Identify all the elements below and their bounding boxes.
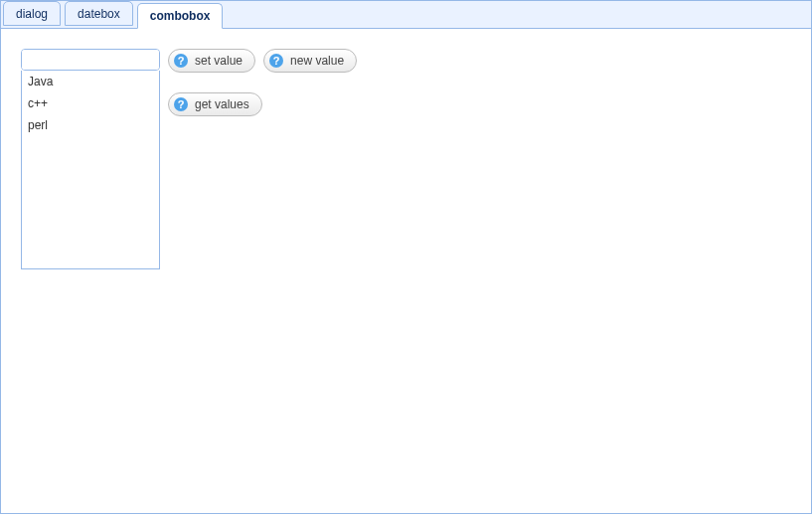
combobox-wrapper: Java c++ perl bbox=[21, 49, 160, 71]
help-icon: ? bbox=[173, 96, 189, 112]
tab-content-combobox: Java c++ perl ? set value ? bbox=[1, 29, 811, 136]
combobox-option[interactable]: Java bbox=[22, 71, 159, 92]
tab-combobox[interactable]: combobox bbox=[137, 3, 224, 29]
svg-text:?: ? bbox=[273, 55, 280, 67]
new-value-button[interactable]: ? new value bbox=[263, 49, 357, 73]
button-area: ? set value ? new value ? bbox=[168, 49, 357, 116]
svg-text:?: ? bbox=[178, 55, 185, 67]
button-label: new value bbox=[290, 54, 344, 68]
button-label: get values bbox=[195, 97, 249, 111]
combobox-input[interactable] bbox=[22, 50, 160, 70]
tab-dialog[interactable]: dialog bbox=[3, 1, 61, 26]
help-icon: ? bbox=[173, 53, 189, 69]
combobox[interactable] bbox=[21, 49, 160, 71]
combobox-option[interactable]: perl bbox=[22, 114, 159, 136]
combobox-dropdown[interactable]: Java c++ perl bbox=[21, 71, 160, 269]
svg-text:?: ? bbox=[178, 98, 185, 110]
tabs-header: dialog datebox combobox bbox=[1, 1, 811, 29]
set-value-button[interactable]: ? set value bbox=[168, 49, 255, 73]
get-values-button[interactable]: ? get values bbox=[168, 92, 262, 116]
tab-datebox[interactable]: datebox bbox=[65, 1, 133, 26]
combobox-option[interactable]: c++ bbox=[22, 92, 159, 114]
help-icon: ? bbox=[268, 53, 284, 69]
button-label: set value bbox=[195, 54, 243, 68]
tabs-panel: dialog datebox combobox Java c++ perl bbox=[0, 0, 812, 514]
